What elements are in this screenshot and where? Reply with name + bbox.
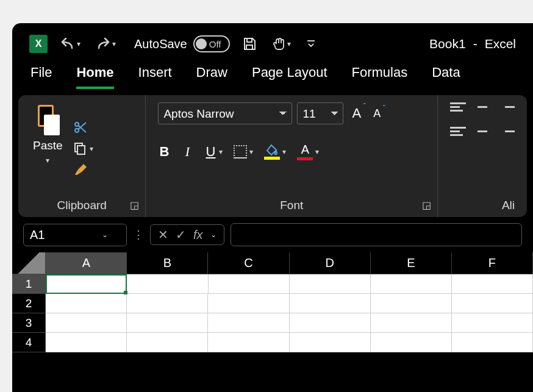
align-middle-button[interactable] xyxy=(474,102,490,115)
chevron-down-icon: ▾ xyxy=(46,156,49,165)
cell-D2[interactable] xyxy=(290,294,371,313)
cell-B2[interactable] xyxy=(127,294,208,313)
arrow-up-icon: ˆ xyxy=(363,102,366,112)
svg-rect-3 xyxy=(77,146,85,154)
tab-file[interactable]: File xyxy=(30,65,52,89)
customize-icon xyxy=(306,38,317,49)
cancel-formula-button[interactable]: ✕ xyxy=(158,227,168,242)
align-right-button[interactable] xyxy=(499,127,515,139)
fill-color-swatch xyxy=(264,157,280,160)
cell-D4[interactable] xyxy=(290,333,371,352)
tab-data[interactable]: Data xyxy=(432,65,460,89)
group-clipboard: Paste ▾ xyxy=(18,95,146,217)
cell-C1[interactable] xyxy=(209,274,290,294)
doc-name: Book1 xyxy=(429,37,466,51)
touch-mode-button[interactable]: ▾ xyxy=(269,34,293,54)
cell-C2[interactable] xyxy=(208,294,289,313)
col-header-C[interactable]: C xyxy=(208,252,289,274)
align-left-button[interactable] xyxy=(450,127,466,139)
toggle-knob-icon xyxy=(196,38,207,49)
group-label-clipboard: Clipboard xyxy=(30,195,133,212)
cell-E4[interactable] xyxy=(371,333,452,352)
font-color-swatch xyxy=(297,157,313,160)
cell-A1[interactable] xyxy=(46,274,127,294)
font-dialog-launcher[interactable]: ◲ xyxy=(422,199,431,211)
select-all-corner[interactable] xyxy=(12,252,46,274)
italic-button[interactable]: I xyxy=(181,144,193,160)
cell-B1[interactable] xyxy=(127,274,208,294)
cell-F4[interactable] xyxy=(452,333,533,352)
cell-B3[interactable] xyxy=(127,313,208,333)
group-alignment: Ali xyxy=(438,95,527,217)
row-header-3[interactable]: 3 xyxy=(12,313,46,333)
clipboard-icon xyxy=(34,105,61,135)
font-color-button[interactable]: A ▾ xyxy=(297,143,319,160)
cell-A4[interactable] xyxy=(46,333,127,352)
cell-E3[interactable] xyxy=(371,313,452,333)
chevron-down-icon: ▾ xyxy=(77,40,80,48)
document-title: Book1 - Excel xyxy=(429,37,516,51)
row-header-1[interactable]: 1 xyxy=(12,274,46,294)
bold-button[interactable]: B xyxy=(158,144,170,160)
col-header-E[interactable]: E xyxy=(371,252,452,274)
increase-font-button[interactable]: Aˆ xyxy=(348,103,365,124)
col-header-F[interactable]: F xyxy=(452,252,533,274)
align-top-button[interactable] xyxy=(450,102,466,115)
cell-D1[interactable] xyxy=(290,274,371,294)
underline-button[interactable]: U ▾ xyxy=(204,144,223,160)
cell-F1[interactable] xyxy=(452,274,533,294)
tab-formulas[interactable]: Formulas xyxy=(352,65,408,89)
paste-button[interactable]: Paste ▾ xyxy=(30,102,65,195)
name-box[interactable]: A1 ⌄ xyxy=(23,224,127,246)
font-size-select[interactable]: 11 xyxy=(297,102,343,124)
align-center-button[interactable] xyxy=(474,127,490,139)
cell-C4[interactable] xyxy=(208,333,289,352)
col-header-D[interactable]: D xyxy=(290,252,371,274)
tab-draw[interactable]: Draw xyxy=(196,65,227,89)
cell-A2[interactable] xyxy=(46,294,127,313)
cell-E1[interactable] xyxy=(371,274,452,294)
cell-E2[interactable] xyxy=(371,294,452,313)
border-button[interactable]: ▾ xyxy=(234,145,253,159)
cut-button[interactable] xyxy=(73,119,88,135)
clipboard-dialog-launcher[interactable]: ◲ xyxy=(130,199,139,211)
format-painter-button[interactable] xyxy=(73,162,88,178)
col-header-A[interactable]: A xyxy=(46,252,127,274)
redo-icon xyxy=(95,37,111,51)
tab-home[interactable]: Home xyxy=(76,65,113,89)
copy-button[interactable]: ▾ xyxy=(73,141,93,156)
col-header-B[interactable]: B xyxy=(127,252,208,274)
cell-D3[interactable] xyxy=(290,313,371,333)
redo-button[interactable]: ▾ xyxy=(93,35,118,53)
grid-row: 4 xyxy=(12,333,533,352)
fill-color-button[interactable]: ▾ xyxy=(264,144,286,160)
row-header-4[interactable]: 4 xyxy=(12,333,46,352)
font-name-select[interactable]: Aptos Narrow xyxy=(158,102,292,124)
formula-input[interactable] xyxy=(231,223,522,246)
svg-point-0 xyxy=(75,123,79,126)
group-label-font: Font xyxy=(158,195,425,212)
group-label-alignment: Ali xyxy=(450,195,515,212)
insert-function-button[interactable]: fx xyxy=(193,228,203,242)
copy-icon xyxy=(73,141,87,156)
cell-A3[interactable] xyxy=(46,313,127,333)
align-bottom-button[interactable] xyxy=(499,102,515,115)
border-icon xyxy=(234,145,247,159)
decrease-font-button[interactable]: Aˇ xyxy=(370,105,384,123)
ribbon-tabs: File Home Insert Draw Page Layout Formul… xyxy=(12,65,533,95)
cell-F2[interactable] xyxy=(452,294,533,313)
cell-F3[interactable] xyxy=(452,313,533,333)
cell-B4[interactable] xyxy=(127,333,208,352)
chevron-down-icon: ▾ xyxy=(219,148,223,156)
undo-button[interactable]: ▾ xyxy=(57,35,83,53)
tab-insert[interactable]: Insert xyxy=(138,65,172,89)
tab-page-layout[interactable]: Page Layout xyxy=(252,65,327,89)
autosave-toggle[interactable]: Off xyxy=(193,35,230,52)
excel-window: X ▾ ▾ AutoSave Off xyxy=(12,23,533,392)
drag-dots-icon[interactable]: ⋮ xyxy=(133,228,144,241)
accept-formula-button[interactable]: ✓ xyxy=(176,227,186,242)
row-header-2[interactable]: 2 xyxy=(12,294,46,313)
save-button[interactable] xyxy=(240,34,259,54)
cell-C3[interactable] xyxy=(208,313,289,333)
qat-customize-button[interactable] xyxy=(303,36,319,52)
